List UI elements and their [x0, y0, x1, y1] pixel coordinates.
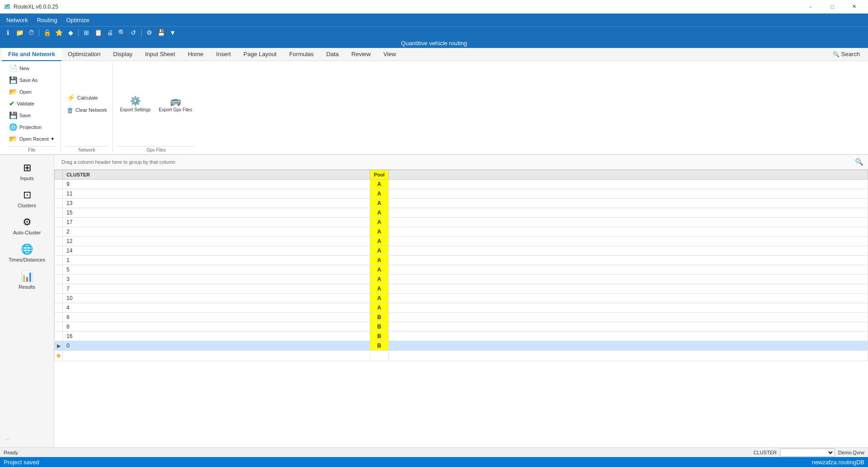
save-as-button[interactable]: 💾 Save As [7, 75, 57, 86]
cell-cluster[interactable]: 16 [63, 332, 370, 341]
table-row[interactable]: 2A [55, 227, 868, 237]
tb-grid[interactable]: ⊞ [81, 28, 91, 38]
tb-print[interactable]: 🖨 [105, 28, 115, 38]
table-row[interactable]: 3A [55, 275, 868, 284]
sidebar-item-auto-cluster[interactable]: ⚙ Auto-Cluster [2, 213, 52, 239]
table-row[interactable]: 15A [55, 208, 868, 218]
tab-home[interactable]: Home [181, 48, 210, 61]
cell-pool[interactable]: A [370, 275, 389, 284]
table-row[interactable]: 14A [55, 246, 868, 256]
export-settings-button[interactable]: ⚙️ Export Settings [117, 94, 153, 114]
cell-cluster[interactable]: 11 [63, 189, 370, 199]
cell-cluster[interactable]: 14 [63, 246, 370, 256]
table-row[interactable]: 7A [55, 284, 868, 294]
tb-lock[interactable]: 🔒 [42, 28, 52, 38]
new-button[interactable]: 📄 New [7, 63, 57, 74]
cell-cluster[interactable]: 2 [63, 227, 370, 237]
tb-save[interactable]: 💾 [156, 28, 166, 38]
grid-container[interactable]: CLUSTER Pool 9A11A13A15A17A2A12A14A1A5A3… [54, 170, 868, 447]
cell-cluster[interactable]: 10 [63, 294, 370, 303]
open-recent-button[interactable]: 📂 Open Recent ▼ [7, 133, 57, 144]
tb-open[interactable]: 📁 [14, 28, 24, 38]
menu-optimize[interactable]: Optimize [62, 15, 94, 25]
table-row[interactable]: 13A [55, 199, 868, 208]
sidebar-item-results[interactable]: 📊 Results [2, 267, 52, 293]
cell-cluster[interactable]: 12 [63, 237, 370, 246]
menu-network[interactable]: Network [2, 15, 33, 25]
header-pool[interactable]: Pool [370, 170, 389, 180]
table-row[interactable]: 11A [55, 189, 868, 199]
tb-clipboard[interactable]: 📋 [93, 28, 103, 38]
table-row[interactable]: 12A [55, 237, 868, 246]
cell-cluster[interactable]: 0 [63, 341, 370, 351]
cell-cluster[interactable]: 6 [63, 313, 370, 322]
tb-undo[interactable]: ↺ [128, 28, 138, 38]
tb-star[interactable]: ⭐ [54, 28, 64, 38]
table-row[interactable]: 6B [55, 313, 868, 322]
cell-cluster[interactable]: 3 [63, 275, 370, 284]
tb-search[interactable]: 🔍 [117, 28, 127, 38]
cell-pool[interactable]: A [370, 294, 389, 303]
tab-formulas[interactable]: Formulas [283, 48, 320, 61]
cell-cluster[interactable]: 13 [63, 199, 370, 208]
tab-review[interactable]: Review [345, 48, 377, 61]
cell-pool[interactable]: A [370, 237, 389, 246]
cell-cluster[interactable]: 15 [63, 208, 370, 218]
cell-pool[interactable]: B [370, 322, 389, 332]
tb-timer[interactable]: ⏱ [26, 28, 36, 38]
open-button[interactable]: 📂 Open [7, 86, 57, 97]
grid-search-button[interactable]: 🔍 [854, 157, 864, 167]
export-gpx-button[interactable]: 🚌 Export Gpx Files [156, 94, 195, 114]
cell-pool[interactable]: A [370, 284, 389, 294]
tb-more[interactable]: ▼ [168, 28, 178, 38]
cell-cluster[interactable]: 8 [63, 322, 370, 332]
table-row[interactable]: 17A [55, 218, 868, 227]
cell-pool[interactable]: A [370, 199, 389, 208]
tab-input-sheet[interactable]: Input Sheet [139, 48, 182, 61]
sidebar-item-times-distances[interactable]: 🌐 Times/Distances [2, 240, 52, 266]
sidebar-item-inputs[interactable]: ⊞ Inputs [2, 158, 52, 185]
sidebar-item-clusters[interactable]: ⊡ Clusters [2, 186, 52, 212]
cell-pool[interactable]: A [370, 189, 389, 199]
cell-cluster[interactable]: 5 [63, 265, 370, 275]
cell-pool[interactable]: A [370, 246, 389, 256]
header-cluster[interactable]: CLUSTER [63, 170, 370, 180]
projection-button[interactable]: 🌐 Projection [7, 122, 57, 133]
table-row[interactable]: 8B [55, 322, 868, 332]
minimize-button[interactable]: − [800, 0, 821, 14]
table-row[interactable]: 16B [55, 332, 868, 341]
cell-pool[interactable]: A [370, 208, 389, 218]
tab-search[interactable]: 🔍 Search [826, 48, 866, 61]
tb-info[interactable]: ℹ [3, 28, 13, 38]
cell-cluster[interactable]: 7 [63, 284, 370, 294]
menu-routing[interactable]: Routing [33, 15, 62, 25]
cell-cluster[interactable]: 1 [63, 256, 370, 265]
new-row-pool[interactable] [370, 351, 389, 361]
table-row[interactable]: ▶0B [55, 341, 868, 351]
cell-pool[interactable]: A [370, 303, 389, 313]
cell-pool[interactable]: A [370, 218, 389, 227]
table-row[interactable]: 10A [55, 294, 868, 303]
tab-page-layout[interactable]: Page Layout [237, 48, 283, 61]
table-row[interactable]: 1A [55, 256, 868, 265]
clear-network-button[interactable]: 🗑 Clear Network [65, 105, 109, 115]
restore-button[interactable]: □ [822, 0, 843, 14]
cell-cluster[interactable]: 4 [63, 303, 370, 313]
validate-button[interactable]: ✔ Validate [7, 98, 57, 109]
cell-pool[interactable]: A [370, 180, 389, 189]
tab-view[interactable]: View [377, 48, 402, 61]
new-row-cluster[interactable] [63, 351, 370, 361]
cell-pool[interactable]: A [370, 265, 389, 275]
close-button[interactable]: ✕ [844, 0, 864, 14]
table-row[interactable]: 4A [55, 303, 868, 313]
tab-optimization[interactable]: Optimization [61, 48, 107, 61]
cell-pool[interactable]: A [370, 227, 389, 237]
tb-diamond[interactable]: ◆ [66, 28, 75, 38]
tab-data[interactable]: Data [320, 48, 345, 61]
tab-file-network[interactable]: File and Network [2, 48, 61, 61]
save-button[interactable]: 💾 Save [7, 110, 57, 121]
cell-pool[interactable]: B [370, 313, 389, 322]
tb-settings[interactable]: ⚙ [144, 28, 154, 38]
table-row[interactable]: 5A [55, 265, 868, 275]
table-row-new[interactable]: ★ [55, 351, 868, 361]
